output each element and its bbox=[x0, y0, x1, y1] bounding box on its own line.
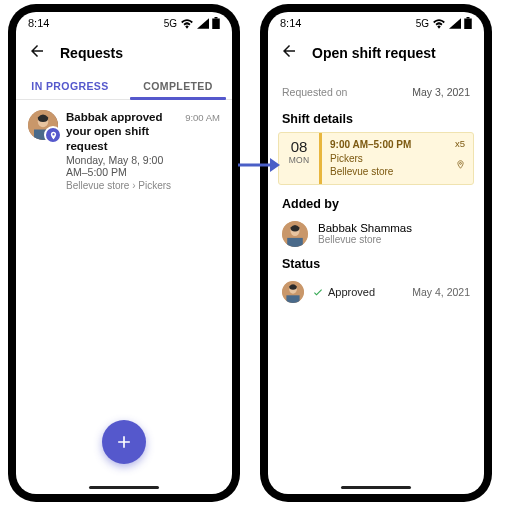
status-icons: 5G bbox=[164, 17, 220, 29]
signal-icon bbox=[449, 18, 461, 29]
header: Requests bbox=[16, 34, 232, 72]
status-date: May 4, 2021 bbox=[412, 286, 470, 298]
status-heading: Status bbox=[268, 249, 484, 275]
shift-time: 9:00 AM–5:00 PM bbox=[330, 138, 465, 152]
avatar bbox=[282, 221, 308, 247]
check-icon bbox=[312, 286, 324, 298]
header: Open shift request bbox=[268, 34, 484, 72]
request-subtitle: Monday, May 8, 9:00 AM–5:00 PM bbox=[66, 154, 177, 178]
shift-role: Pickers bbox=[330, 152, 465, 166]
status-bar: 8:14 5G bbox=[268, 12, 484, 34]
shift-card[interactable]: 08 MON 9:00 AM–5:00 PM Pickers Bellevue … bbox=[278, 132, 474, 185]
shift-store: Bellevue store bbox=[330, 165, 465, 179]
status-row: Approved May 4, 2021 bbox=[268, 275, 484, 305]
avatar bbox=[28, 110, 58, 140]
shift-badge-icon bbox=[44, 126, 62, 144]
nav-handle bbox=[89, 486, 159, 489]
page-title: Open shift request bbox=[312, 45, 436, 61]
svg-rect-0 bbox=[212, 19, 220, 30]
requested-on-value: May 3, 2021 bbox=[412, 86, 470, 98]
requested-on-label: Requested on bbox=[282, 86, 347, 98]
flow-arrow-icon bbox=[236, 155, 280, 175]
back-icon[interactable] bbox=[28, 42, 46, 64]
avatar bbox=[282, 281, 304, 303]
request-meta: Bellevue store › Pickers bbox=[66, 180, 177, 191]
added-by-row[interactable]: Babbak Shammas Bellevue store bbox=[268, 215, 484, 249]
back-icon[interactable] bbox=[280, 42, 298, 64]
wifi-icon bbox=[432, 18, 446, 29]
status-value: Approved bbox=[328, 286, 375, 298]
location-icon bbox=[455, 159, 465, 172]
add-button[interactable] bbox=[102, 420, 146, 464]
tab-in-progress[interactable]: IN PROGRESS bbox=[16, 72, 124, 99]
added-by-store: Bellevue store bbox=[318, 234, 412, 245]
tabs: IN PROGRESS COMPLETED bbox=[16, 72, 232, 100]
request-item[interactable]: Babbak approved your open shift request … bbox=[16, 100, 232, 197]
request-title: Babbak approved your open shift request bbox=[66, 110, 177, 153]
battery-icon bbox=[212, 17, 220, 29]
network-label: 5G bbox=[164, 18, 177, 29]
shift-date: 08 MON bbox=[279, 133, 319, 184]
network-label: 5G bbox=[416, 18, 429, 29]
nav-handle bbox=[341, 486, 411, 489]
svg-rect-1 bbox=[215, 17, 218, 19]
status-bar: 8:14 5G bbox=[16, 12, 232, 34]
status-icons: 5G bbox=[416, 17, 472, 29]
phone-left: 8:14 5G Requests IN PROGRESS COMPLETED bbox=[8, 4, 240, 502]
wifi-icon bbox=[180, 18, 194, 29]
svg-rect-12 bbox=[286, 295, 299, 303]
svg-rect-5 bbox=[464, 19, 472, 30]
added-by-heading: Added by bbox=[268, 189, 484, 215]
svg-marker-14 bbox=[270, 158, 280, 172]
svg-rect-6 bbox=[467, 17, 470, 19]
shift-details-heading: Shift details bbox=[268, 104, 484, 130]
added-by-name: Babbak Shammas bbox=[318, 222, 412, 234]
svg-rect-9 bbox=[287, 237, 303, 246]
tab-completed[interactable]: COMPLETED bbox=[124, 72, 232, 99]
request-time: 9:00 AM bbox=[185, 110, 220, 191]
page-title: Requests bbox=[60, 45, 123, 61]
shift-count: x5 bbox=[455, 138, 465, 149]
phone-right: 8:14 5G Open shift request Requested on … bbox=[260, 4, 492, 502]
status-time: 8:14 bbox=[28, 17, 49, 29]
status-time: 8:14 bbox=[280, 17, 301, 29]
battery-icon bbox=[464, 17, 472, 29]
signal-icon bbox=[197, 18, 209, 29]
